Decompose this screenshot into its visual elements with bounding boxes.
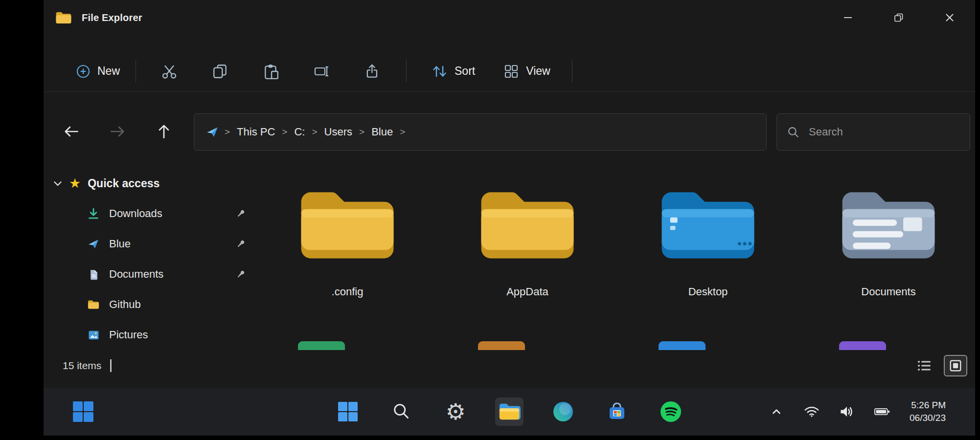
battery-button[interactable] xyxy=(871,401,893,422)
breadcrumb-blue[interactable]: Blue xyxy=(366,124,398,140)
folder-yellow-icon xyxy=(477,185,578,267)
command-toolbar: New Sort xyxy=(44,51,975,92)
battery-icon xyxy=(874,406,890,418)
settings-button[interactable]: ⚙ xyxy=(441,397,470,426)
file-tile-appdata[interactable]: AppData xyxy=(454,185,601,298)
folder-documents-icon xyxy=(838,185,939,267)
new-button[interactable]: New xyxy=(68,59,128,84)
file-tile-partial[interactable] xyxy=(298,341,345,350)
tray-chevron-up-button[interactable] xyxy=(766,401,787,422)
forward-arrow-icon xyxy=(108,122,127,141)
pin-icon xyxy=(235,269,246,280)
details-view-button[interactable] xyxy=(912,355,936,376)
gear-icon: ⚙ xyxy=(445,400,465,423)
share-button[interactable] xyxy=(347,57,398,86)
plus-circle-icon xyxy=(76,64,91,79)
taskbar-center: ⚙ xyxy=(334,388,685,436)
sort-button[interactable]: Sort xyxy=(423,58,483,85)
sidebar-item-label: Blue xyxy=(109,238,131,250)
sidebar-item-label: Documents xyxy=(109,268,163,281)
breadcrumb-this-pc[interactable]: This PC xyxy=(232,124,280,140)
file-tile-partial[interactable] xyxy=(478,341,525,350)
search-input[interactable] xyxy=(808,125,960,139)
speaker-icon xyxy=(839,405,855,418)
sidebar-item-blue[interactable]: Blue xyxy=(44,229,270,259)
sidebar-item-github[interactable]: Github xyxy=(44,289,270,320)
breadcrumb-chevron: > xyxy=(310,127,319,137)
picture-icon xyxy=(87,328,100,342)
sidebar-item-downloads[interactable]: Downloads xyxy=(44,198,270,229)
file-explorer-window: File Explorer New xyxy=(44,0,975,388)
breadcrumb-chevron: > xyxy=(398,127,407,137)
maximize-restore-button[interactable] xyxy=(873,0,924,35)
file-tile-partial[interactable] xyxy=(839,341,886,350)
minimize-icon xyxy=(843,12,853,23)
share-icon xyxy=(365,63,381,80)
windows-start-icon xyxy=(337,401,359,422)
file-name: Documents xyxy=(861,286,915,298)
windows-logo-left-button[interactable] xyxy=(69,400,97,423)
close-button[interactable] xyxy=(924,0,975,35)
spotify-icon xyxy=(660,401,682,422)
windows-logo-icon xyxy=(72,400,94,423)
clock-date: 06/30/23 xyxy=(910,412,946,424)
folder-yellow-icon xyxy=(297,185,398,267)
copy-button[interactable] xyxy=(195,57,246,86)
large-icons-view-button[interactable] xyxy=(944,355,967,376)
rename-button[interactable] xyxy=(296,57,347,86)
large-icons-view-icon xyxy=(949,359,962,373)
status-divider xyxy=(110,359,112,372)
user-folder-icon xyxy=(205,125,220,139)
file-explorer-icon xyxy=(498,401,521,422)
file-name: .config xyxy=(332,286,364,298)
scissors-icon xyxy=(161,63,178,80)
up-button[interactable] xyxy=(150,117,178,146)
taskbar: ⚙ xyxy=(44,388,975,436)
status-bar: 15 items xyxy=(44,351,975,380)
minimize-button[interactable] xyxy=(822,0,873,35)
back-button[interactable] xyxy=(57,117,86,146)
pin-icon xyxy=(235,239,246,249)
breadcrumb-c-drive[interactable]: C: xyxy=(289,124,310,140)
cut-button[interactable] xyxy=(144,57,195,86)
breadcrumb-users[interactable]: Users xyxy=(319,124,357,140)
edge-icon xyxy=(552,401,574,422)
sidebar-item-documents[interactable]: Documents xyxy=(44,259,270,289)
file-explorer-taskbar-button[interactable] xyxy=(495,397,524,426)
file-name: Desktop xyxy=(688,286,728,298)
file-tile-documents[interactable]: Documents xyxy=(815,185,962,298)
breadcrumb-chevron: > xyxy=(223,127,232,137)
quick-access-header[interactable]: ★ Quick access xyxy=(44,168,270,198)
view-button[interactable]: View xyxy=(496,59,558,84)
volume-button[interactable] xyxy=(836,401,858,422)
taskbar-clock[interactable]: 5:26 PM 06/30/23 xyxy=(907,398,949,425)
file-tile-partial[interactable] xyxy=(659,341,706,350)
start-button[interactable] xyxy=(334,397,362,426)
titlebar: File Explorer xyxy=(44,0,975,35)
store-button[interactable] xyxy=(603,397,631,426)
file-tile-config[interactable]: .config xyxy=(274,185,421,298)
close-icon xyxy=(944,12,955,23)
sidebar: ★ Quick access Downloads Blue xyxy=(44,168,270,350)
file-tile-desktop[interactable]: Desktop xyxy=(635,185,781,298)
copy-icon xyxy=(212,63,228,80)
search-icon xyxy=(787,126,800,139)
star-icon: ★ xyxy=(69,177,81,190)
store-icon xyxy=(606,401,628,422)
taskbar-search-button[interactable] xyxy=(387,397,416,426)
edge-button[interactable] xyxy=(549,397,577,426)
rename-icon xyxy=(314,63,330,80)
sort-icon xyxy=(431,63,448,80)
forward-button[interactable] xyxy=(103,117,132,146)
sidebar-item-pictures[interactable]: Pictures xyxy=(44,320,270,350)
address-bar[interactable]: > This PC > C: > Users > Blue > xyxy=(194,113,767,151)
wifi-button[interactable] xyxy=(801,401,822,422)
item-count: 15 items xyxy=(63,360,101,372)
window-title: File Explorer xyxy=(82,12,142,23)
spotify-button[interactable] xyxy=(657,397,685,426)
system-tray: 5:26 PM 06/30/23 xyxy=(766,388,975,436)
search-box xyxy=(776,113,970,151)
sidebar-item-label: Github xyxy=(109,298,141,311)
paste-button[interactable] xyxy=(246,57,296,86)
view-toggles xyxy=(912,355,967,376)
